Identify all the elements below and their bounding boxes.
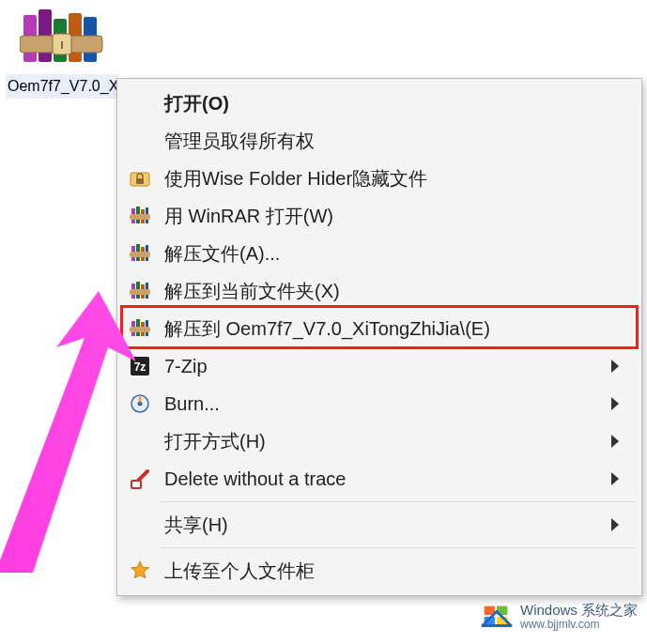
- menu-open-winrar[interactable]: 用 WinRAR 打开(W): [119, 197, 639, 235]
- menu-delete-trace-label: Delete without a trace: [161, 468, 639, 490]
- svg-rect-29: [130, 327, 150, 332]
- burn-icon: [119, 392, 161, 415]
- 7zip-icon: 7z: [119, 355, 161, 377]
- watermark-title: Windows 系统之家: [520, 603, 638, 619]
- svg-rect-9: [136, 178, 144, 184]
- delete-trace-icon: [119, 468, 161, 490]
- menu-extract-files[interactable]: 解压文件(A)...: [119, 235, 639, 272]
- menu-upload-cabinet[interactable]: 上传至个人文件柜: [119, 552, 639, 590]
- submenu-arrow-icon: [611, 472, 619, 485]
- menu-wise-hide[interactable]: 使用Wise Folder Hider隐藏文件: [119, 160, 639, 197]
- menu-extract-to-folder-label: 解压到 Oem7f7_V7.0_XiTongZhiJia\(E): [161, 316, 639, 342]
- menu-extract-files-label: 解压文件(A)...: [161, 241, 639, 267]
- menu-wise-hide-label: 使用Wise Folder Hider隐藏文件: [161, 166, 639, 192]
- menu-open-with-label: 打开方式(H): [161, 429, 639, 454]
- submenu-arrow-icon: [611, 435, 619, 448]
- menu-7zip-label: 7-Zip: [161, 356, 639, 377]
- menu-open-winrar-label: 用 WinRAR 打开(W): [161, 204, 639, 229]
- menu-burn[interactable]: Burn...: [119, 385, 639, 422]
- menu-upload-cabinet-label: 上传至个人文件柜: [161, 559, 639, 584]
- winrar-icon: [119, 280, 161, 302]
- winrar-icon: [119, 242, 161, 265]
- submenu-arrow-icon: [611, 360, 619, 373]
- menu-burn-label: Burn...: [161, 393, 639, 415]
- menu-separator: [161, 501, 636, 502]
- menu-admin-ownership-label: 管理员取得所有权: [161, 129, 639, 154]
- menu-extract-here-label: 解压到当前文件夹(X): [161, 279, 639, 304]
- winrar-icon: [119, 205, 161, 227]
- svg-rect-24: [130, 289, 150, 295]
- menu-open[interactable]: 打开(O): [119, 84, 639, 122]
- watermark-url: www.bjjmlv.com: [520, 619, 638, 631]
- menu-extract-here[interactable]: 解压到当前文件夹(X): [119, 272, 639, 310]
- file-item[interactable]: Oem7f7_V7.0_XiTongZhiJia.rar: [6, 0, 118, 99]
- menu-7zip[interactable]: 7z 7-Zip: [119, 347, 639, 385]
- svg-rect-34: [131, 481, 141, 488]
- folder-lock-icon: [119, 167, 161, 190]
- menu-delete-trace[interactable]: Delete without a trace: [119, 460, 639, 498]
- svg-rect-14: [130, 214, 150, 220]
- menu-extract-to-folder[interactable]: 解压到 Oem7f7_V7.0_XiTongZhiJia\(E): [119, 310, 639, 347]
- submenu-arrow-icon: [611, 397, 619, 410]
- svg-text:7z: 7z: [134, 360, 146, 374]
- file-label: Oem7f7_V7.0_XiTongZhiJia.rar: [6, 74, 118, 99]
- menu-share[interactable]: 共享(H): [119, 506, 639, 544]
- menu-open-with[interactable]: 打开方式(H): [119, 422, 639, 460]
- menu-separator: [161, 547, 636, 548]
- windows-logo-icon: [479, 599, 515, 635]
- menu-share-label: 共享(H): [161, 513, 639, 538]
- context-menu: 打开(O) 管理员取得所有权 使用Wise Folder Hider隐藏文件 用…: [116, 78, 642, 596]
- menu-admin-ownership[interactable]: 管理员取得所有权: [119, 122, 639, 160]
- submenu-arrow-icon: [611, 518, 619, 531]
- rar-archive-icon: [20, 9, 104, 70]
- star-icon: [119, 560, 161, 582]
- svg-rect-19: [130, 252, 150, 257]
- menu-open-label: 打开(O): [161, 91, 639, 116]
- winrar-icon: [119, 317, 161, 340]
- watermark: Windows 系统之家 www.bjjmlv.com: [479, 599, 638, 635]
